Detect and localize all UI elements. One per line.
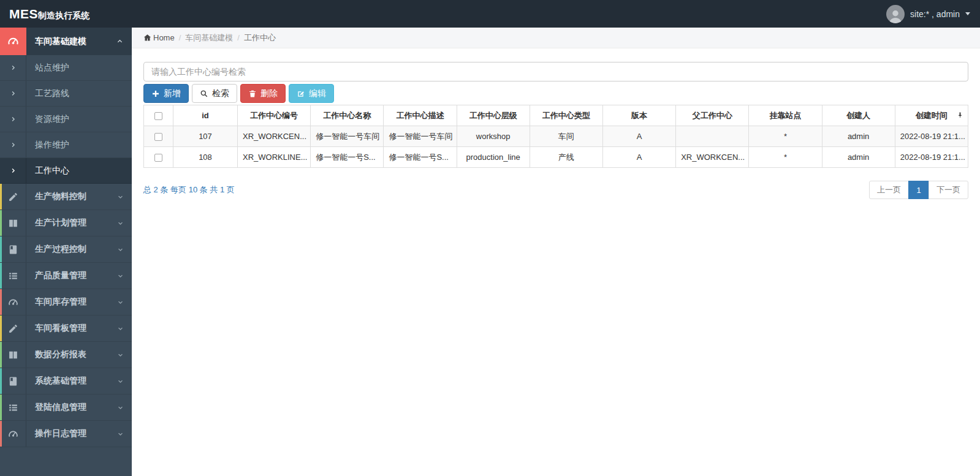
table-cell: 108	[173, 147, 238, 168]
item-icon-col	[0, 236, 26, 262]
sidebar-subitem-label: 站点维护	[26, 62, 69, 74]
next-page-button[interactable]: 下一页	[929, 181, 968, 199]
sidebar-item[interactable]: 车间看板管理	[0, 315, 132, 342]
sidebar-item-label: 数据分析报表	[26, 349, 86, 360]
column-header[interactable]: 工作中心层级	[457, 105, 530, 126]
sidebar-group-workshop-modeling[interactable]: 车间基础建模	[0, 28, 132, 55]
column-header[interactable]: 挂靠站点	[749, 105, 822, 126]
column-header[interactable]: 工作中心类型	[530, 105, 602, 126]
column-header[interactable]: 工作中心名称	[311, 105, 384, 126]
table-cell: workshop	[457, 126, 530, 147]
prev-page-button[interactable]: 上一页	[869, 181, 909, 199]
tachometer-icon	[8, 297, 18, 308]
column-header[interactable]: 创建时间	[895, 105, 968, 126]
chevron-right-icon	[10, 64, 17, 71]
table-cell: 修一智能一号车间	[384, 126, 457, 147]
search-input[interactable]	[143, 62, 968, 81]
user-menu[interactable]: site:* , admin	[886, 5, 970, 23]
subitem-icon-col	[0, 158, 26, 183]
topbar: MES制造执行系统 site:* , admin	[0, 0, 980, 28]
row-checkbox[interactable]	[154, 133, 162, 141]
table-cell: *	[749, 126, 822, 147]
sidebar-subitem-label: 资源维护	[26, 114, 69, 125]
submenu: 站点维护工艺路线资源维护操作维护工作中心	[0, 55, 132, 184]
chevron-down-icon	[117, 220, 124, 227]
table-cell: admin	[822, 126, 895, 147]
column-header[interactable]: id	[173, 105, 238, 126]
sidebar-subitem[interactable]: 资源维护	[0, 107, 132, 132]
main-area: Home / 车间基础建模 / 工作中心 新增 检索 删除 编辑	[132, 28, 980, 476]
chevron-down-icon	[117, 378, 124, 385]
table-cell: 修一智能一号S...	[311, 147, 384, 168]
sidebar: 车间基础建模 站点维护工艺路线资源维护操作维护工作中心 生产物料控制生产计划管理…	[0, 28, 132, 476]
columns-icon	[8, 218, 18, 229]
table-cell: admin	[822, 147, 895, 168]
table-row[interactable]: 107XR_WORKCEN...修一智能一号车间修一智能一号车间workshop…	[144, 126, 968, 147]
table-cell: 2022-08-19 21:1...	[895, 126, 968, 147]
sidebar-item[interactable]: 车间库存管理	[0, 289, 132, 315]
add-button[interactable]: 新增	[143, 84, 189, 103]
select-all-checkbox[interactable]	[154, 112, 162, 120]
delete-button[interactable]: 删除	[240, 84, 286, 103]
column-header[interactable]: 工作中心编号	[238, 105, 311, 126]
sidebar-subitem[interactable]: 工作中心	[0, 158, 132, 184]
sidebar-subitem[interactable]: 工艺路线	[0, 81, 132, 107]
search-button[interactable]: 检索	[192, 84, 237, 103]
book-icon	[8, 244, 18, 255]
columns-icon	[8, 350, 18, 360]
column-header[interactable]: 父工作中心	[676, 105, 749, 126]
column-header[interactable]: 创建人	[822, 105, 895, 126]
sidebar-item[interactable]: 生产过程控制	[0, 236, 132, 263]
sidebar-item[interactable]: 操作日志管理	[0, 421, 132, 447]
select-all-cell	[144, 105, 173, 126]
sidebar-group-label: 车间基础建模	[26, 28, 132, 55]
table-cell: A	[602, 147, 675, 168]
chevron-down-icon	[117, 299, 124, 306]
breadcrumb-home[interactable]: Home	[143, 33, 175, 42]
app-brand: MES制造执行系统	[0, 7, 132, 21]
column-header[interactable]: 版本	[602, 105, 675, 126]
item-icon-col	[0, 315, 26, 341]
pin-icon[interactable]	[957, 111, 963, 120]
breadcrumb-item[interactable]: 车间基础建模	[185, 32, 233, 43]
sidebar-items: 生产物料控制生产计划管理生产过程控制产品质量管理车间库存管理车间看板管理数据分析…	[0, 184, 132, 447]
sidebar-item-label: 产品质量管理	[26, 270, 86, 281]
chevron-down-icon	[117, 352, 124, 358]
column-header[interactable]: 工作中心描述	[384, 105, 457, 126]
sidebar-item[interactable]: 产品质量管理	[0, 263, 132, 289]
subitem-icon-col	[0, 55, 26, 80]
avatar	[886, 5, 905, 23]
color-strip	[0, 315, 2, 341]
item-icon-col	[0, 210, 26, 236]
chevron-down-icon	[117, 194, 124, 200]
sidebar-item[interactable]: 数据分析报表	[0, 342, 132, 368]
page-1-button[interactable]: 1	[908, 181, 929, 199]
list-icon	[8, 402, 18, 413]
sidebar-item[interactable]: 生产计划管理	[0, 210, 132, 236]
sidebar-item[interactable]: 登陆信息管理	[0, 395, 132, 421]
pagination: 上一页 1 下一页	[869, 181, 968, 199]
search-icon	[200, 89, 208, 98]
sidebar-item[interactable]: 系统基础管理	[0, 368, 132, 395]
sidebar-subitem-label: 工作中心	[26, 165, 69, 176]
row-select-cell	[144, 126, 173, 147]
pencil-icon	[8, 192, 18, 202]
edit-button[interactable]: 编辑	[289, 84, 334, 103]
sidebar-subitem[interactable]: 站点维护	[0, 55, 132, 81]
sidebar-subitem[interactable]: 操作维护	[0, 132, 132, 158]
subitem-icon-col	[0, 81, 26, 106]
chevron-right-icon	[10, 167, 17, 174]
color-strip	[0, 236, 2, 262]
chevron-down-icon	[117, 246, 124, 253]
sidebar-item[interactable]: 生产物料控制	[0, 184, 132, 210]
sidebar-item-label: 生产过程控制	[26, 244, 86, 255]
color-strip	[0, 368, 2, 394]
sidebar-subitem-label: 工艺路线	[26, 88, 69, 99]
edit-icon	[297, 89, 305, 98]
chevron-right-icon	[10, 90, 17, 97]
table-cell: A	[602, 126, 675, 147]
table-row[interactable]: 108XR_WORKLINE...修一智能一号S...修一智能一号S...pro…	[144, 147, 968, 168]
chevron-right-icon	[10, 142, 17, 148]
item-icon-col	[0, 368, 26, 394]
row-checkbox[interactable]	[154, 154, 162, 162]
